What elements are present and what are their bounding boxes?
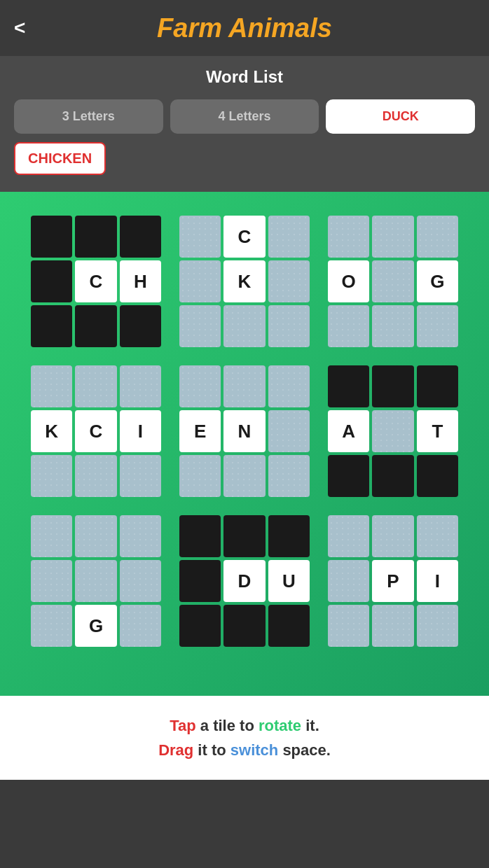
tile[interactable]	[223, 455, 265, 497]
tile[interactable]	[417, 305, 458, 347]
tile[interactable]	[328, 605, 369, 647]
tile[interactable]	[31, 365, 72, 407]
grid-mid-left[interactable]: K C I	[28, 363, 164, 500]
tile[interactable]	[179, 305, 221, 347]
hint-end1: it.	[301, 717, 319, 734]
tile[interactable]	[268, 410, 310, 452]
tile[interactable]	[120, 560, 161, 602]
tile[interactable]	[372, 365, 413, 407]
tile[interactable]	[31, 216, 72, 258]
tile-I[interactable]: I	[120, 410, 161, 452]
tile-K2[interactable]: K	[31, 410, 72, 452]
tile-H[interactable]: H	[120, 260, 161, 302]
tile-E[interactable]: E	[179, 410, 221, 452]
tile[interactable]	[179, 365, 221, 407]
tile[interactable]	[31, 260, 72, 302]
tile[interactable]	[328, 305, 369, 347]
grid-top-mid[interactable]: C K	[177, 213, 312, 350]
tile-O[interactable]: O	[328, 260, 369, 302]
tile[interactable]	[417, 515, 458, 557]
word-list-title: Word List	[14, 67, 475, 87]
tile[interactable]	[268, 305, 310, 347]
tile[interactable]	[372, 455, 413, 497]
tile-K[interactable]: K	[223, 260, 265, 302]
tile-G[interactable]: G	[417, 260, 458, 302]
tile[interactable]	[75, 305, 116, 347]
grid-top-left[interactable]: C H	[28, 213, 164, 350]
tile[interactable]	[372, 260, 413, 302]
tile[interactable]	[179, 605, 221, 647]
tile[interactable]	[268, 455, 310, 497]
tile[interactable]	[120, 515, 161, 557]
tile-C3[interactable]: C	[75, 410, 116, 452]
tile[interactable]	[328, 560, 369, 602]
tile[interactable]	[179, 515, 221, 557]
grid-row-1: C H C K O G	[28, 213, 461, 350]
tile[interactable]	[372, 216, 413, 258]
grid-bot-right[interactable]: P I	[325, 512, 461, 650]
tile[interactable]	[328, 365, 369, 407]
tile[interactable]	[223, 605, 265, 647]
tile-N[interactable]: N	[223, 410, 265, 452]
tile[interactable]	[75, 455, 116, 497]
tile[interactable]	[179, 260, 221, 302]
tile[interactable]	[120, 455, 161, 497]
tile[interactable]	[31, 455, 72, 497]
tile[interactable]	[372, 515, 413, 557]
grid-top-right[interactable]: O G	[325, 213, 461, 350]
grid-bot-mid[interactable]: D U	[177, 512, 312, 650]
tile[interactable]	[31, 305, 72, 347]
tile[interactable]	[223, 515, 265, 557]
tile[interactable]	[120, 216, 161, 258]
filter-duck[interactable]: DUCK	[326, 99, 475, 134]
tile-U[interactable]: U	[268, 560, 310, 602]
tile[interactable]	[179, 455, 221, 497]
tile[interactable]	[223, 305, 265, 347]
tile-C2[interactable]: C	[223, 216, 265, 258]
tile[interactable]	[75, 560, 116, 602]
tile[interactable]	[328, 455, 369, 497]
tile[interactable]	[120, 305, 161, 347]
tile-A[interactable]: A	[328, 410, 369, 452]
tile[interactable]	[120, 365, 161, 407]
grid-bot-left[interactable]: G	[28, 512, 164, 650]
tile[interactable]	[417, 365, 458, 407]
tile[interactable]	[417, 605, 458, 647]
tile[interactable]	[75, 365, 116, 407]
tile[interactable]	[75, 216, 116, 258]
word-tag-chicken[interactable]: CHICKEN	[14, 142, 106, 175]
tile[interactable]	[417, 216, 458, 258]
tile-I2[interactable]: I	[417, 560, 458, 602]
word-list-section: Word List 3 Letters 4 Letters DUCK CHICK…	[0, 56, 489, 192]
tile[interactable]	[31, 605, 72, 647]
back-button[interactable]: <	[14, 17, 25, 39]
tile-D[interactable]: D	[223, 560, 265, 602]
tile[interactable]	[268, 365, 310, 407]
tile[interactable]	[268, 605, 310, 647]
tile[interactable]	[75, 515, 116, 557]
grid-mid-right[interactable]: A T	[325, 363, 461, 500]
tile[interactable]	[417, 455, 458, 497]
tile[interactable]	[179, 560, 221, 602]
tile[interactable]	[31, 515, 72, 557]
filter-3-letters[interactable]: 3 Letters	[14, 99, 163, 134]
tile[interactable]	[223, 365, 265, 407]
tile-G2[interactable]: G	[75, 605, 116, 647]
tile-P[interactable]: P	[372, 560, 413, 602]
tile[interactable]	[328, 515, 369, 557]
tile[interactable]	[328, 216, 369, 258]
tile[interactable]	[372, 410, 413, 452]
tile[interactable]	[120, 605, 161, 647]
grid-mid-mid[interactable]: E N	[177, 363, 312, 500]
tile[interactable]	[372, 605, 413, 647]
tile[interactable]	[179, 216, 221, 258]
tile[interactable]	[268, 515, 310, 557]
tile[interactable]	[268, 260, 310, 302]
filter-4-letters[interactable]: 4 Letters	[170, 99, 319, 134]
tile[interactable]	[372, 305, 413, 347]
tile[interactable]	[31, 560, 72, 602]
tile-C[interactable]: C	[75, 260, 116, 302]
tile-T[interactable]: T	[417, 410, 458, 452]
tile[interactable]	[268, 216, 310, 258]
hint-tap: Tap	[170, 717, 195, 734]
